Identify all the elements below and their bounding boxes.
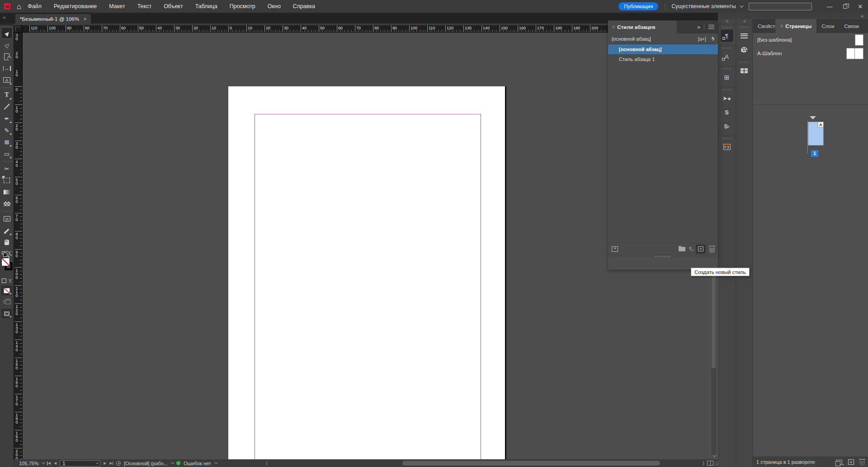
formatting-affects-text-icon[interactable]: T xyxy=(9,278,12,283)
next-page-button[interactable]: ▶ xyxy=(104,461,106,465)
line-tool[interactable] xyxy=(1,101,12,112)
close-button[interactable]: ✕ xyxy=(853,0,868,13)
scripts-panel-icon[interactable]: S xyxy=(721,106,733,118)
workspace-selector[interactable]: Существенные элементы xyxy=(671,3,742,9)
menu-просмотр[interactable]: Просмотр xyxy=(230,3,255,9)
scroll-left-icon[interactable]: ⟨ xyxy=(266,460,268,466)
vertical-scrollbar-thumb[interactable] xyxy=(712,271,716,368)
document-page[interactable] xyxy=(228,86,506,459)
tab-страницы[interactable]: ◇Страницы xyxy=(775,19,816,33)
column-guide-left[interactable] xyxy=(255,114,255,459)
apply-none-button[interactable] xyxy=(1,286,12,295)
drag-grip[interactable] xyxy=(722,89,732,90)
color-panel-icon[interactable] xyxy=(738,43,750,56)
page-dropdown-icon[interactable] xyxy=(96,461,99,464)
menu-текст[interactable]: Текст xyxy=(137,3,151,9)
tab-overflow-icon[interactable]: » xyxy=(3,14,5,20)
formatting-affects-container-icon[interactable] xyxy=(2,278,6,283)
menu-файл[interactable]: Файл xyxy=(28,3,42,9)
load-styles-icon[interactable] xyxy=(612,246,618,252)
story-editor-panel-icon[interactable]: ТЗ xyxy=(721,141,733,153)
gap-tool[interactable]: ↔ xyxy=(1,63,12,74)
clear-overrides-icon[interactable]: ¶ xyxy=(689,245,692,252)
paragraph-styles-panel-icon[interactable]: ¶ xyxy=(721,29,733,42)
document-tab[interactable]: *Безымянный-1 @ 106% × xyxy=(15,14,91,24)
drag-grip[interactable] xyxy=(722,47,732,49)
automation-panel-icon[interactable]: ➤✱ xyxy=(721,92,733,104)
split-view-icon[interactable] xyxy=(707,461,713,466)
menu-справка[interactable]: Справка xyxy=(293,3,315,9)
view-options-icon[interactable] xyxy=(3,299,10,304)
tab-свойства[interactable]: Свойства xyxy=(753,19,775,33)
master-row[interactable]: [Без шаблона] xyxy=(753,33,868,47)
script-label-panel-icon[interactable]: Sᵇ xyxy=(721,120,733,132)
close-tab-icon[interactable]: × xyxy=(84,16,86,22)
ruler-origin-corner[interactable] xyxy=(14,25,23,33)
create-new-page-icon[interactable]: + xyxy=(848,459,854,465)
restore-button[interactable] xyxy=(837,0,853,13)
menu-редактирование[interactable]: Редактирование xyxy=(54,3,97,9)
collapse-column-icon[interactable]: « xyxy=(718,19,736,24)
home-icon[interactable]: ⌂ xyxy=(17,3,21,10)
create-new-style-button[interactable]: + xyxy=(696,245,706,254)
delete-style-icon[interactable] xyxy=(710,247,714,252)
selection-tool[interactable]: ▶ xyxy=(1,28,12,38)
drag-grip[interactable] xyxy=(739,27,749,28)
pencil-tool[interactable]: ✎ xyxy=(1,125,12,136)
vertical-ruler[interactable]: 3 02 01 001 02 03 04 05 06 07 08 09 01 0… xyxy=(14,33,23,459)
search-input[interactable] xyxy=(749,3,812,10)
window-resize-grip[interactable] xyxy=(714,461,718,466)
last-page-button[interactable]: ▶ xyxy=(109,461,113,465)
pen-tool[interactable]: ✒ xyxy=(1,113,12,124)
tab-связи[interactable]: Связи xyxy=(839,19,863,33)
page-1-thumbnail[interactable]: A xyxy=(808,122,824,146)
master-row[interactable]: А-Шаблон xyxy=(753,47,868,60)
menu-макет[interactable]: Макет xyxy=(109,3,125,9)
panel-menu-icon[interactable] xyxy=(708,25,714,29)
content-collector-tool[interactable] xyxy=(1,75,12,85)
errors-status[interactable]: Ошибок нет xyxy=(184,461,211,466)
page-number-input[interactable]: 1 xyxy=(60,460,100,467)
panel-resize-grip[interactable] xyxy=(608,255,718,258)
style-row[interactable]: [основной абзац] xyxy=(608,44,718,54)
page-number-badge[interactable]: 1 xyxy=(811,150,818,157)
drag-grip[interactable] xyxy=(722,138,732,139)
first-page-button[interactable]: ◀ xyxy=(47,461,51,465)
delete-page-icon[interactable] xyxy=(860,460,864,465)
eyedropper-tool[interactable] xyxy=(1,225,12,236)
current-style-field[interactable]: [основной абзац] [a+] ϟ xyxy=(608,33,718,44)
direct-selection-tool[interactable]: ▷ xyxy=(1,39,12,50)
expand-dock-icon[interactable]: » xyxy=(861,13,863,19)
fill-swatch[interactable] xyxy=(1,258,10,266)
gradient-tool[interactable] xyxy=(1,187,12,198)
zoom-dropdown-icon[interactable] xyxy=(42,461,45,464)
spread-arrow-icon[interactable] xyxy=(810,116,816,119)
free-transform-tool[interactable] xyxy=(1,175,12,186)
collapse-column-icon[interactable]: « xyxy=(736,19,752,24)
collapse-panel-icon[interactable]: » xyxy=(697,24,700,30)
type-tool[interactable]: T xyxy=(1,90,12,100)
page-tool[interactable] xyxy=(1,51,12,62)
minimize-button[interactable]: — xyxy=(822,0,837,13)
hand-tool[interactable] xyxy=(1,237,12,248)
new-style-group-folder-icon[interactable] xyxy=(679,247,685,251)
gradient-feather-tool[interactable] xyxy=(1,198,12,209)
character-styles-panel-icon[interactable]: A xyxy=(721,50,733,63)
zoom-level[interactable]: 105,75% xyxy=(19,461,38,466)
style-row[interactable]: Стиль абзаца 1 xyxy=(608,54,718,64)
scroll-down-icon[interactable] xyxy=(712,452,715,458)
horizontal-scrollbar-thumb[interactable] xyxy=(402,461,660,466)
edit-page-size-icon[interactable] xyxy=(836,460,842,465)
preflight-preset[interactable]: [Основной] (рабо... xyxy=(124,461,168,466)
workspace-publish-button[interactable]: Публикация xyxy=(618,2,658,10)
previous-page-button[interactable]: ◀ xyxy=(54,461,57,465)
scroll-right-icon[interactable]: ⟩ xyxy=(703,460,704,466)
drag-grip[interactable] xyxy=(739,61,749,63)
screen-mode-button[interactable] xyxy=(1,309,12,318)
scissors-tool[interactable]: ✂ xyxy=(1,163,12,174)
margin-guide-top[interactable] xyxy=(255,114,481,114)
stroke-panel-icon[interactable] xyxy=(738,29,750,42)
rectangle-tool[interactable]: ▭ xyxy=(1,148,12,159)
lightning-icon[interactable]: ϟ xyxy=(712,36,714,42)
preflight-gauge-icon[interactable] xyxy=(116,461,121,466)
